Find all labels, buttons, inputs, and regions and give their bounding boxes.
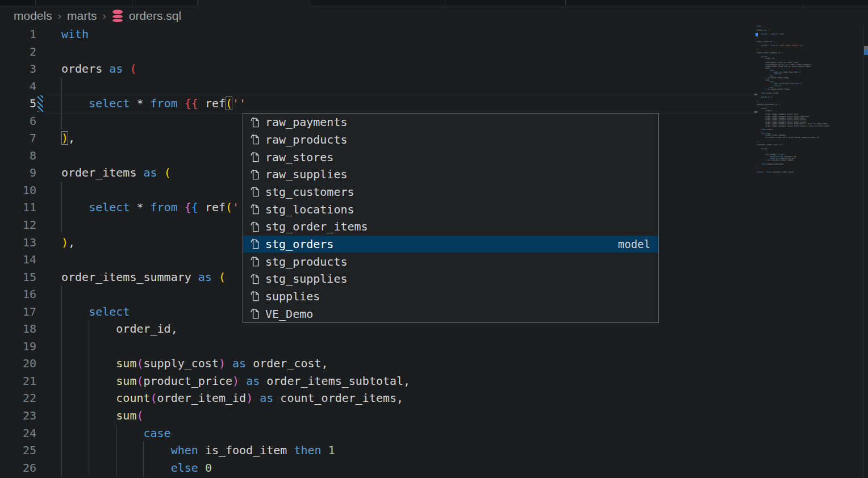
indent-guide — [61, 182, 62, 234]
suggestion-item-stg_locations[interactable]: stg_locations — [243, 200, 658, 218]
line-number: 11 — [0, 199, 36, 216]
suggestion-label: raw_supplies — [265, 167, 348, 181]
line-number: 15 — [0, 269, 36, 286]
suggestion-item-stg_orders[interactable]: stg_ordersmodel — [243, 236, 658, 253]
tab-separator — [565, 0, 566, 6]
snippet-icon — [249, 150, 261, 163]
minimap[interactable]: with orders as ( select * from {{ ref(''… — [757, 26, 857, 173]
line-number: 18 — [0, 320, 36, 338]
active-tab[interactable] — [197, 0, 310, 6]
suggestion-item-raw_payments[interactable]: raw_payments — [243, 114, 658, 131]
suggestion-item-stg_order_items[interactable]: stg_order_items — [243, 218, 658, 236]
code-line: sum(product_price) as order_items_subtot… — [61, 372, 410, 390]
snippet-icon — [249, 290, 261, 303]
suggestion-item-stg_customers[interactable]: stg_customers — [243, 183, 658, 201]
indent-guide — [61, 286, 62, 476]
snippet-icon — [249, 203, 261, 216]
line-number-gutter: 1234567891011121314151617181920212223242… — [0, 26, 36, 476]
indent-guide — [89, 320, 89, 476]
vscode-editor-window: models › marts › orders.sql 123456789101… — [0, 0, 868, 478]
line-number: 26 — [0, 459, 36, 477]
suggestion-label: stg_locations — [265, 203, 354, 216]
suggestion-label: supplies — [265, 290, 320, 303]
tab-separator — [310, 0, 310, 6]
suggestion-item-raw_products[interactable]: raw_products — [243, 131, 658, 149]
tab-separator — [197, 0, 198, 6]
code-line: order_id, — [61, 320, 410, 338]
line-number: 21 — [0, 372, 36, 390]
indent-guide — [61, 78, 62, 130]
code-line: sum( — [61, 407, 410, 425]
line-number: 2 — [0, 43, 36, 61]
breadcrumb-item-marts[interactable]: marts — [67, 9, 97, 23]
line-number: 8 — [0, 147, 36, 165]
chevron-right-icon: › — [103, 10, 106, 22]
code-line — [61, 43, 410, 61]
snippet-icon — [249, 220, 261, 233]
tab-separator — [803, 0, 803, 6]
line-number: 9 — [0, 164, 36, 182]
snippet-icon — [249, 307, 261, 320]
line-number: 19 — [0, 338, 36, 355]
line-number: 12 — [0, 216, 36, 234]
code-line — [61, 338, 410, 355]
suggestion-label: VE_Demo — [265, 307, 313, 321]
indent-guide — [116, 425, 116, 477]
suggestion-item-VE_Demo[interactable]: VE_Demo — [243, 305, 658, 322]
line-number: 10 — [0, 182, 36, 199]
database-icon — [112, 10, 123, 23]
suggestion-item-stg_products[interactable]: stg_products — [243, 253, 658, 270]
tab-separator — [35, 0, 36, 6]
line-number: 4 — [0, 78, 36, 95]
suggestion-label: raw_products — [265, 133, 348, 146]
line-number: 1 — [0, 26, 36, 43]
suggestion-label: stg_customers — [265, 185, 354, 199]
snippet-icon — [249, 185, 261, 198]
breadcrumb-item-models[interactable]: models — [14, 9, 52, 23]
line-number: 23 — [0, 407, 36, 425]
snippet-icon — [249, 133, 261, 146]
line-number: 7 — [0, 129, 36, 147]
code-line: orders as ( — [61, 60, 410, 78]
suggestion-item-raw_supplies[interactable]: raw_supplies — [243, 166, 658, 183]
tab-strip[interactable] — [0, 0, 868, 6]
code-line: select * from {{ ref('' — [61, 95, 410, 112]
minimap-marker — [754, 94, 757, 95]
line-number: 5 — [0, 95, 36, 112]
suggestion-item-stg_supplies[interactable]: stg_supplies — [243, 270, 658, 288]
tab-separator — [445, 0, 445, 6]
suggestion-label: stg_order_items — [265, 220, 368, 233]
modified-line-gutter-indicator — [37, 95, 43, 112]
snippet-icon — [249, 255, 261, 268]
code-line — [61, 78, 410, 95]
tab-separator — [132, 0, 132, 6]
suggestion-label: stg_supplies — [265, 272, 348, 286]
code-line: when is_food_item then 1 — [61, 442, 410, 459]
line-number: 24 — [0, 425, 36, 442]
suggestion-label: stg_orders — [265, 237, 333, 251]
minimap-marker — [754, 111, 757, 113]
chevron-right-icon: › — [58, 10, 61, 22]
overview-ruler-border — [863, 26, 863, 478]
minimap-modified-marker — [756, 33, 758, 36]
indent-guide — [143, 442, 144, 476]
code-line: with — [61, 26, 410, 43]
suggestion-item-raw_stores[interactable]: raw_stores — [243, 148, 658, 166]
breadcrumb: models › marts › orders.sql — [14, 7, 181, 24]
tab-strip-border — [0, 6, 197, 6]
snippet-icon — [249, 168, 261, 181]
line-number: 20 — [0, 355, 36, 372]
line-number: 22 — [0, 389, 36, 407]
snippet-icon — [249, 272, 261, 286]
line-number: 17 — [0, 303, 36, 321]
suggestion-type-badge: model — [618, 238, 658, 250]
suggestion-item-supplies[interactable]: supplies — [243, 288, 658, 305]
line-number: 6 — [0, 112, 36, 130]
suggestion-label: stg_products — [265, 255, 348, 269]
breadcrumb-item-file[interactable]: orders.sql — [129, 9, 181, 23]
snippet-icon — [249, 116, 261, 129]
code-line: else 0 — [61, 459, 410, 477]
autocomplete-dropdown: raw_payments raw_products raw_stores raw… — [243, 113, 659, 323]
snippet-icon — [249, 237, 261, 250]
overview-ruler-cursor-mark[interactable] — [864, 49, 868, 55]
